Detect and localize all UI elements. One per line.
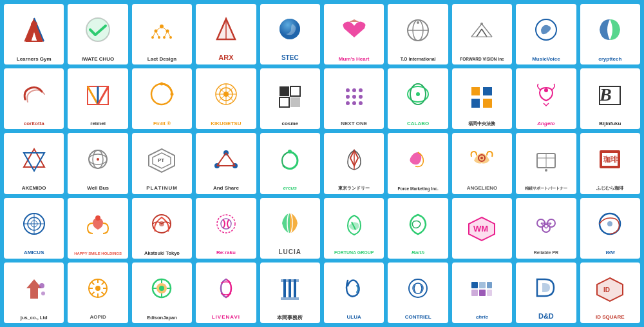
logo-card-platinum[interactable]: PT PLATINUM [132,133,192,193]
svg-point-107 [95,215,100,221]
logo-card-force-marketing[interactable]: Force Marketing Inc. [388,133,448,193]
logo-card-brain-holdings[interactable]: Reliable PR [516,198,576,259]
logo-card-livenavi[interactable]: LIVENAVI [196,263,256,323]
logo-card-finlit[interactable]: Finlit ® [132,68,192,129]
svg-marker-25 [349,19,359,22]
svg-line-32 [477,29,482,37]
logo-card-lact-design[interactable]: Lact Design [132,4,192,64]
mums-heart-icon [325,6,383,55]
logo-card-next-one[interactable]: NEXT ONE [324,68,384,129]
contriel-icon [389,265,446,313]
next-one-icon [325,71,383,119]
logo-card-angelo[interactable]: Angelo [516,68,576,129]
svg-line-14 [162,26,167,31]
logo-card-arx[interactable]: ARX [196,4,256,64]
svg-point-55 [346,88,350,92]
logo-card-happy-smile[interactable]: HAPPY SMILE HOLDINGS [68,198,128,259]
logo-card-and-share[interactable]: And Share [196,133,256,193]
logo-card-forward-vision[interactable]: FORWARD VISION Inc [452,4,512,64]
logo-card-mums-heart[interactable]: Mum's Heart [324,4,384,64]
svg-point-56 [352,88,356,92]
svg-point-60 [359,95,363,99]
logo-card-akemido[interactable]: AKEMIDO [4,133,64,193]
logo-card-iwate-chuo[interactable]: IWATE CHUO [68,4,128,64]
logo-card-fujimura[interactable]: 珈琲 ふじむら珈琲 [580,133,640,193]
edison-japan-icon [133,265,191,313]
and-share-label: And Share [213,185,239,192]
svg-line-89 [226,153,235,166]
ulua-icon [325,265,383,313]
svg-rect-146 [294,279,296,297]
angelo-label: Angelo [537,121,554,127]
logo-card-stec[interactable]: STEC [260,4,320,64]
crypttech-label: crypttech [598,56,621,63]
logo-card-honma[interactable]: 本間事務所 [260,263,320,323]
logo-card-lucia[interactable]: LUCIA [260,198,320,259]
akemido-icon [5,135,62,184]
svg-line-135 [91,282,94,284]
logo-card-musicvoice[interactable]: MusicVoice [516,4,576,64]
logo-card-crypttech[interactable]: crypttech [580,4,640,64]
logo-card-angelieno[interactable]: ANGELIENO [452,133,512,193]
logo-card-d-and-d[interactable]: D&D [516,263,576,323]
logo-card-well-bus[interactable]: Well Bus [68,133,128,193]
logo-card-learners-gym[interactable]: Learners Gym [4,4,64,64]
logo-card-chrie[interactable]: chrie [452,263,512,323]
logo-card-fortuna-group[interactable]: FORTUNA GROUP [324,198,384,259]
svg-point-139 [159,286,164,291]
svg-point-110 [217,215,235,233]
logo-card-raith[interactable]: Raith [388,198,448,259]
logo-card-soso-partner[interactable]: 相続サポートパートナー [516,133,576,193]
jus-co-icon [5,265,62,313]
fukuoka-label: 福岡中央法務 [468,121,495,126]
logo-card-reliable-pr[interactable]: WM [580,198,640,259]
svg-point-24 [279,19,300,39]
logo-card-amicus[interactable]: AMICUS [4,198,64,259]
honma-label: 本間事務所 [277,315,303,321]
svg-text:珈琲: 珈琲 [603,155,618,163]
logo-card-tokyo-laundry[interactable]: 東京ランドリー [324,133,384,193]
logo-card-reimei[interactable]: reimei [68,68,128,129]
svg-point-29 [417,21,419,24]
logo-card-reraku[interactable]: Re:raku [196,198,256,259]
coritotta-label: coritotta [24,121,44,127]
svg-rect-148 [281,279,299,282]
svg-line-129 [102,282,104,284]
coritotta-icon [5,71,62,119]
reraku-icon [197,201,254,249]
logo-card-jus-co[interactable]: jus_co., Ltd [4,263,64,323]
logo-card-aopid[interactable]: AOPID [68,263,128,323]
logo-card-kikugetsu[interactable]: KIKUGETSU [196,68,256,129]
musicvoice-icon [517,6,574,55]
wm-icon: WM [453,201,511,256]
id-square-icon: ID [582,265,639,313]
logo-card-ercus[interactable]: ercus [260,133,320,193]
logo-card-coritotta[interactable]: coritotta [4,68,64,129]
calabo-icon [389,71,446,119]
amicus-icon [5,201,62,249]
forward-vision-label: FORWARD VISION Inc [460,57,504,62]
logo-card-bijinfuku[interactable]: B Bijinfuku [580,68,640,129]
svg-line-18 [167,31,171,37]
iwate-chuo-icon [69,6,126,55]
svg-rect-144 [283,279,286,297]
logo-card-calabo[interactable]: CALABO [388,68,448,129]
logo-card-akatsuki-tokyo[interactable]: Akatsuki Tokyo [132,198,192,259]
happy-smile-icon [69,201,126,250]
fujimura-icon: 珈琲 [582,135,639,184]
logo-card-contriel[interactable]: CONTRIEL [388,263,448,323]
kikugetsu-label: KIKUGETSU [211,121,241,127]
fortuna-group-label: FORTUNA GROUP [334,250,374,255]
svg-rect-145 [289,279,291,297]
platinum-label: PLATINUM [146,185,178,192]
logo-card-edison-japan[interactable]: EdisonJapan [132,263,192,323]
logo-card-fukuoka[interactable]: 福岡中央法務 [452,68,512,129]
svg-point-63 [359,101,363,105]
logo-card-ulua[interactable]: ULUA [324,263,384,323]
lact-design-icon [133,6,191,55]
logo-card-id-square[interactable]: ID ID SQUARE [580,263,640,323]
arx-icon [197,6,254,52]
logo-card-cosme[interactable]: cosme [260,68,320,129]
logo-card-wm[interactable]: WM Brain Holdings [452,198,512,259]
logo-card-to-international[interactable]: T.O International [388,4,448,64]
